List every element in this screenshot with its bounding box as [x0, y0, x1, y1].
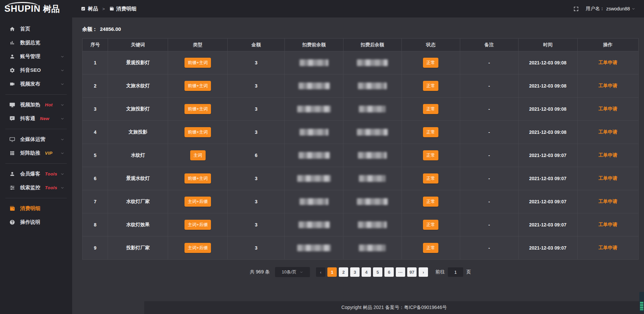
next-page-button[interactable]: › — [419, 267, 428, 277]
sidebar-item-label: 消费明细 — [20, 205, 40, 212]
breadcrumb-home[interactable]: 树品 — [88, 6, 98, 12]
sidebar-item[interactable]: 全媒体运营 — [0, 133, 72, 146]
work-order-link[interactable]: 工单申请 — [598, 175, 617, 181]
chat-widget[interactable] — [639, 292, 644, 312]
page-button-2[interactable]: 2 — [339, 267, 348, 277]
work-order-link[interactable]: 工单申请 — [598, 129, 617, 135]
topbar: 树品 > 消费明细 用户名： zswodun88 — [72, 0, 644, 17]
sidebar-item[interactable]: 视频加热Hot — [0, 98, 72, 112]
work-order-link-cell: 工单申请 — [577, 74, 638, 98]
goto-page-input[interactable] — [448, 267, 463, 277]
sidebar-item[interactable]: 操作说明 — [0, 215, 72, 229]
redacted-post-balance-cell — [343, 190, 401, 213]
sidebar-item-label: 首页 — [20, 26, 30, 32]
sidebar-item[interactable]: 首页 — [0, 22, 72, 36]
amount-text: 3 — [255, 245, 258, 251]
work-order-link[interactable]: 工单申请 — [598, 199, 617, 204]
status-badge-cell: 正常 — [401, 98, 460, 121]
sidebar-item[interactable]: 线索监控Tools — [0, 181, 72, 195]
sidebar-menu: 首页数据总览账号管理抖音SEO视频发布视频加热Hot抖客通New全媒体运营矩阵助… — [0, 17, 72, 229]
work-order-link[interactable]: 工单申请 — [598, 83, 617, 88]
row-index: 9 — [94, 245, 97, 251]
prev-page-button[interactable]: ‹ — [316, 267, 325, 277]
table-body: 1景观投影灯前缀+主词3正常-2021-12-03 09:08工单申请2文旅水纹… — [83, 51, 639, 260]
status-badge-cell: 正常 — [401, 144, 460, 167]
sidebar-item[interactable]: 会员爆客Tools — [0, 167, 72, 181]
redacted-pre-balance-cell — [285, 237, 343, 260]
sidebar-item[interactable]: 消费明细 — [0, 202, 72, 215]
keyword-text: 水纹灯效果 — [126, 222, 150, 227]
sidebar-item[interactable]: 矩阵助推VIP — [0, 146, 72, 160]
wallet-icon — [109, 6, 114, 11]
type-badge: 主词+后缀 — [184, 220, 211, 230]
row-index-cell: 5 — [83, 144, 108, 167]
amount-text-cell: 6 — [227, 144, 285, 167]
sidebar-item[interactable]: 视频发布 — [0, 77, 72, 91]
time-text-cell: 2021-12-03 09:07 — [518, 144, 577, 167]
page-button-5[interactable]: 5 — [373, 267, 382, 277]
sidebar-divider — [5, 94, 67, 95]
work-order-link[interactable]: 工单申请 — [598, 245, 617, 250]
sidebar-item-label: 视频加热 — [20, 102, 40, 108]
chevron-down-icon — [60, 172, 64, 176]
amount-text-cell: 3 — [227, 98, 285, 121]
sidebar-item[interactable]: 抖客通New — [0, 112, 72, 125]
breadcrumb-separator: > — [102, 6, 105, 11]
work-order-link[interactable]: 工单申请 — [598, 152, 617, 158]
status-badge-cell: 正常 — [401, 121, 460, 144]
time-text-cell: 2021-12-03 09:08 — [518, 98, 577, 121]
page-button-3[interactable]: 3 — [350, 267, 360, 277]
fullscreen-icon[interactable] — [573, 6, 579, 12]
amount-text-cell: 3 — [227, 237, 285, 260]
amount-text-cell: 3 — [227, 74, 285, 98]
redacted-pre-balance — [297, 106, 331, 112]
redacted-post-balance — [359, 106, 386, 112]
redacted-post-balance — [358, 221, 387, 228]
keyword-text-cell: 水纹灯厂家 — [108, 190, 168, 213]
work-order-link[interactable]: 工单申请 — [598, 60, 617, 65]
question-icon — [9, 219, 15, 225]
page-button-4[interactable]: 4 — [362, 267, 371, 277]
sidebar-item[interactable]: 账号管理 — [0, 50, 72, 63]
sidebar-item[interactable]: 数据总览 — [0, 36, 72, 50]
chevron-down-icon — [60, 103, 64, 107]
sidebar-item-label: 视频发布 — [20, 81, 40, 87]
amount-text: 3 — [255, 129, 258, 135]
row-index: 1 — [94, 60, 97, 65]
table-row: 8水纹灯效果主词+后缀3正常-2021-12-03 09:07工单申请 — [83, 213, 639, 237]
home-icon — [9, 26, 15, 32]
page-size-select[interactable]: 10条/页 — [275, 267, 310, 277]
member-icon — [9, 171, 15, 177]
status-badge-cell: 正常 — [401, 51, 460, 74]
table-row: 1景观投影灯前缀+主词3正常-2021-12-03 09:08工单申请 — [83, 51, 639, 74]
type-badge: 主词 — [190, 150, 206, 160]
work-order-link-cell: 工单申请 — [577, 144, 638, 167]
row-index: 3 — [94, 106, 97, 112]
table-header-row: 序号关键词类型金额扣费前余额扣费后余额状态备注时间操作 — [83, 39, 639, 51]
page-button-97[interactable]: 97 — [407, 267, 417, 277]
user-dropdown[interactable]: 用户名： zswodun88 — [586, 6, 635, 12]
status-badge-cell: 正常 — [401, 190, 460, 213]
remark-text-cell: - — [460, 74, 518, 98]
work-order-link[interactable]: 工单申请 — [598, 106, 617, 111]
remark-text: - — [488, 106, 490, 112]
work-order-link[interactable]: 工单申请 — [598, 222, 617, 227]
column-header: 关键词 — [108, 39, 168, 51]
remark-text: - — [488, 199, 490, 204]
more-pages-button[interactable]: ··· — [396, 267, 405, 277]
page-button-1[interactable]: 1 — [327, 267, 337, 277]
time-text-cell: 2021-12-03 09:07 — [518, 190, 577, 213]
redacted-post-balance — [358, 83, 387, 89]
sidebar-item[interactable]: 抖音SEO — [0, 63, 72, 77]
redacted-pre-balance — [300, 129, 328, 136]
row-index: 2 — [94, 83, 97, 89]
keyword-text: 景观投影灯 — [126, 60, 150, 65]
table-row: 5水纹灯主词6正常-2021-12-03 09:07工单申请 — [83, 144, 639, 167]
status-badge-cell: 正常 — [401, 237, 460, 260]
time-text: 2021-12-03 09:07 — [529, 245, 567, 251]
amount-text-cell: 3 — [227, 121, 285, 144]
page-button-6[interactable]: 6 — [384, 267, 394, 277]
work-order-link-cell: 工单申请 — [577, 98, 638, 121]
status-badge-cell: 正常 — [401, 167, 460, 190]
username-label: 用户名： — [586, 6, 604, 12]
